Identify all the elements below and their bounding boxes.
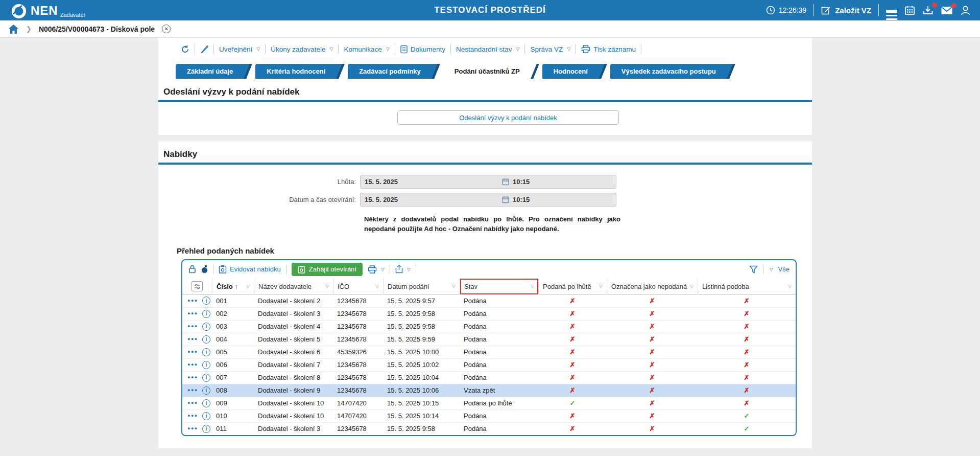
cross-icon: ✗ — [698, 323, 796, 330]
info-icon[interactable]: i — [202, 386, 210, 395]
tab-pod-n-astn-k-zp[interactable]: Podání účastníků ZP — [443, 64, 529, 79]
cross-icon: ✗ — [698, 374, 796, 381]
toolbar-item-uve-ejn-n-[interactable]: Uveřejnění▽ — [219, 45, 260, 53]
toolbar-item-spr-va-vz[interactable]: Správa VZ▽ — [530, 45, 570, 53]
table-row[interactable]: ●●●i001Dodavatel - školení 21234567815. … — [182, 294, 796, 307]
tab-v-sledek-zad-vac-ho-postupu[interactable]: Výsledek zadávacího postupu — [610, 64, 725, 79]
table-row[interactable]: ●●●i005Dodavatel - školení 64535932615. … — [182, 346, 796, 358]
row-menu-icon[interactable]: ●●● — [187, 311, 198, 316]
tab-krit-ria-hodnocen-[interactable]: Kritéria hodnocení — [255, 64, 334, 79]
info-icon[interactable]: i — [202, 425, 210, 433]
lock-icon[interactable] — [188, 265, 196, 273]
table-row[interactable]: ●●●i010Dodavatel - školení 101470742015.… — [182, 409, 796, 422]
calendar-icon[interactable] — [904, 5, 915, 16]
mail-icon[interactable] — [941, 6, 953, 15]
info-icon[interactable]: i — [202, 310, 210, 318]
export-button[interactable]: ▽ — [395, 265, 411, 273]
column-label-text: Označena jako nepodaná — [611, 283, 687, 290]
filter-chevron-icon[interactable]: ▽ — [599, 284, 603, 289]
table-row[interactable]: ●●●i004Dodavatel - školení 51234567815. … — [182, 333, 796, 346]
toolbar-item-tisk-z-znamu[interactable]: Tisk záznamu — [581, 45, 636, 53]
opening-field[interactable]: 15. 5. 2025 10:15 — [360, 193, 616, 207]
tab-zad-vac-podm-nky[interactable]: Zadávací podmínky — [348, 64, 430, 79]
send-invitation-button[interactable]: Odeslání výzvy k podání nabídek — [397, 110, 619, 125]
row-menu-icon[interactable]: ●●● — [187, 337, 198, 341]
table-row[interactable]: ●●●i002Dodavatel - školení 31234567815. … — [182, 307, 796, 320]
row-menu-icon[interactable]: ●●● — [187, 362, 198, 367]
cell-ico: 14707420 — [333, 412, 383, 420]
info-icon[interactable]: i — [202, 399, 210, 407]
pin-icon[interactable] — [201, 265, 208, 273]
toolbar-item-komunikace[interactable]: Komunikace▽ — [344, 45, 389, 53]
user-icon[interactable] — [960, 5, 971, 16]
info-icon[interactable]: i — [202, 361, 210, 369]
refresh-button[interactable] — [181, 45, 189, 54]
create-vz-button[interactable]: Založit VZ — [821, 6, 871, 15]
toolbar-item--kony-zadavatele[interactable]: Úkony zadavatele▽ — [271, 45, 333, 53]
row-menu-icon[interactable]: ●●● — [187, 414, 198, 418]
column-header-i-o[interactable]: IČO▽ — [333, 279, 383, 294]
table-row[interactable]: ●●●i011Dodavatel - školení 31234567815. … — [182, 422, 796, 435]
table-row[interactable]: ●●●i008Dodavatel - školení 91234567815. … — [182, 384, 796, 397]
cell-datum-podani: 15. 5. 2025 10:06 — [383, 386, 460, 394]
row-menu-icon[interactable]: ●●● — [187, 324, 198, 329]
info-icon[interactable]: i — [202, 335, 210, 344]
cell-cislo: 011 — [212, 425, 254, 432]
column-header-n-zev-dodavatele[interactable]: Název dodavatele▽ — [254, 279, 333, 294]
filter-chevron-icon[interactable]: ▽ — [788, 284, 792, 289]
cell-datum-podani: 15. 5. 2025 10:15 — [383, 399, 460, 407]
cross-icon: ✗ — [607, 335, 698, 343]
tab-z-kladn-daje[interactable]: Základní údaje — [176, 64, 242, 79]
tab-hodnocen-[interactable]: Hodnocení — [542, 64, 597, 79]
filter-icon[interactable] — [749, 265, 758, 273]
register-offer-label: Evidovat nabídku — [230, 265, 281, 273]
table-row[interactable]: ●●●i006Dodavatel - školení 71234567815. … — [182, 358, 796, 371]
info-icon[interactable]: i — [202, 297, 210, 305]
pencil-button[interactable] — [200, 45, 208, 54]
column-settings-cell[interactable] — [182, 279, 212, 294]
filter-chevron-icon[interactable]: ▽ — [452, 284, 456, 289]
start-opening-button[interactable]: Zahájit otevírání — [292, 263, 363, 276]
column-header-ozna-ena-jako-nepodan-[interactable]: Označena jako nepodaná▽ — [607, 279, 698, 294]
print-table-button[interactable]: ▽ — [368, 265, 385, 273]
column-header-stav[interactable]: Stav▽ — [460, 279, 538, 294]
cross-icon: ✗ — [538, 374, 607, 381]
table-row[interactable]: ●●●i007Dodavatel - školení 81234567815. … — [182, 371, 796, 384]
toolbar-item-dokumenty[interactable]: Dokumenty — [400, 45, 445, 54]
info-icon[interactable]: i — [202, 323, 210, 331]
filter-chevron-icon[interactable]: ▽ — [375, 284, 379, 289]
home-icon[interactable] — [8, 24, 19, 34]
row-menu-icon[interactable]: ●●● — [187, 350, 198, 354]
register-offer-button[interactable]: Evidovat nabídku — [219, 265, 281, 273]
filter-chevron-icon[interactable]: ▽ — [246, 284, 250, 289]
table-row[interactable]: ●●●i009Dodavatel - školení 101470742015.… — [182, 397, 796, 409]
pencil-icon — [200, 45, 208, 54]
row-menu-icon[interactable]: ●●● — [187, 388, 198, 393]
divider — [576, 44, 576, 54]
info-icon[interactable]: i — [202, 412, 210, 420]
deadline-field[interactable]: 15. 5. 2025 10:15 — [360, 175, 616, 189]
downloads-icon[interactable] — [922, 5, 934, 16]
info-icon[interactable]: i — [202, 348, 210, 356]
row-menu-icon[interactable]: ●●● — [187, 299, 198, 303]
column-header--slo[interactable]: Číslo↑▽ — [212, 279, 254, 294]
filter-chevron-icon[interactable]: ▽ — [690, 284, 694, 289]
filter-chevron-icon[interactable]: ▽ — [325, 284, 329, 289]
row-menu-icon[interactable]: ●●● — [187, 375, 198, 380]
row-menu-icon[interactable]: ●●● — [187, 401, 198, 405]
filter-chevron-icon[interactable]: ▽ — [531, 284, 534, 289]
toolbar-item-nestandardn-stav[interactable]: Nestandardní stav▽ — [456, 45, 519, 53]
close-record-icon[interactable]: ✕ — [162, 25, 171, 33]
column-header-datum-pod-n-[interactable]: Datum podání▽ — [383, 279, 460, 294]
info-icon[interactable]: i — [202, 374, 210, 382]
row-menu-icon[interactable]: ●●● — [187, 426, 198, 431]
table-row[interactable]: ●●●i003Dodavatel - školení 41234567815. … — [182, 320, 796, 333]
create-vz-label: Založit VZ — [835, 6, 871, 15]
column-header-listinn-podoba[interactable]: Listinná podoba▽ — [698, 279, 796, 294]
show-all-link[interactable]: Vše — [778, 265, 790, 273]
row-actions: ●●●i — [182, 348, 212, 356]
calendar-small-icon — [502, 196, 509, 203]
column-header-podan-po-lh-t-[interactable]: Podaná po lhůtě▽ — [538, 279, 607, 294]
chevron-down-icon[interactable]: ▽ — [770, 267, 773, 272]
menu-icon[interactable] — [886, 8, 897, 13]
